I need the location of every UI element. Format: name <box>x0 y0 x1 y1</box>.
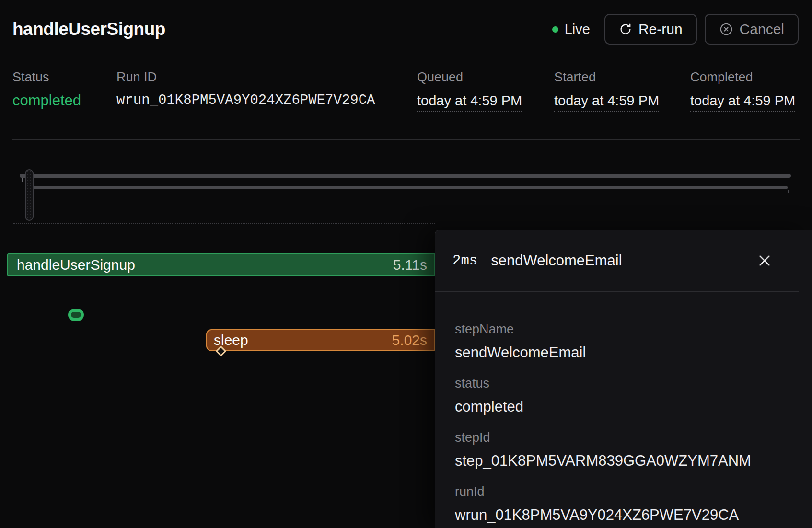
circle-x-icon <box>719 22 733 36</box>
run-span-duration: 5.11s <box>393 257 434 273</box>
meta-completed: Completed today at 4:59 PM <box>690 69 795 112</box>
meta-run-id: Run ID wrun_01K8PM5VA9Y024XZ6PWE7V29CA <box>116 69 417 112</box>
refresh-icon <box>619 23 632 36</box>
cancel-button[interactable]: Cancel <box>705 14 799 45</box>
step-marker-pill-icon[interactable] <box>68 309 84 321</box>
close-icon[interactable] <box>755 251 774 270</box>
header-controls: Live Re-run Cancel <box>552 14 799 45</box>
meta-status: Status completed <box>12 69 116 112</box>
meta-label: Status <box>12 69 116 85</box>
rerun-label: Re-run <box>638 21 683 37</box>
run-span-label: handleUserSignup <box>8 257 135 273</box>
field-label: runId <box>455 483 793 500</box>
minimap-run-span <box>20 174 791 178</box>
meta-queued: Queued today at 4:59 PM <box>417 69 554 112</box>
field-value: completed <box>455 396 793 417</box>
cancel-label: Cancel <box>740 21 784 37</box>
completed-time: today at 4:59 PM <box>690 92 795 112</box>
field-value: wrun_01K8PM5VA9Y024XZ6PWE7V29CA <box>455 505 793 526</box>
meta-label: Queued <box>417 69 554 85</box>
field-step-id: stepId step_01K8PM5VARM839GGA0WZYM7ANM <box>455 429 793 471</box>
field-step-name: stepName sendWelcomeEmail <box>455 321 793 363</box>
meta-label: Completed <box>690 69 795 85</box>
meta-label: Started <box>554 69 690 85</box>
step-detail-body: stepName sendWelcomeEmail status complet… <box>435 292 812 526</box>
trace-span-run[interactable]: handleUserSignup 5.11s <box>7 253 435 276</box>
run-metadata-row: Status completed Run ID wrun_01K8PM5VA9Y… <box>12 69 800 112</box>
sleep-span-label: sleep <box>207 332 248 348</box>
rerun-button[interactable]: Re-run <box>604 14 697 45</box>
minimap-end-tick <box>788 190 789 193</box>
field-status: status completed <box>455 375 793 417</box>
section-divider <box>12 139 800 140</box>
step-marker-pill-inner <box>71 312 81 318</box>
minimap-sleep-span <box>28 186 788 189</box>
step-detail-header: 2ms sendWelcomeEmail <box>435 230 799 292</box>
meta-label: Run ID <box>116 69 417 85</box>
minimap-brush-handle[interactable] <box>25 169 34 221</box>
page-title: handleUserSignup <box>12 19 165 39</box>
live-indicator: Live <box>552 22 590 37</box>
field-label: stepId <box>455 429 793 446</box>
field-label: stepName <box>455 321 793 337</box>
app-header: handleUserSignup Live Re-run <box>0 0 812 54</box>
field-value: step_01K8PM5VARM839GGA0WZYM7ANM <box>455 450 793 471</box>
live-dot-icon <box>552 26 558 33</box>
run-id-value: wrun_01K8PM5VA9Y024XZ6PWE7V29CA <box>116 91 417 110</box>
meta-started: Started today at 4:59 PM <box>554 69 690 112</box>
step-detail-panel: 2ms sendWelcomeEmail stepName sendWelcom… <box>435 230 812 528</box>
workflow-run-page: handleUserSignup Live Re-run <box>0 0 812 528</box>
status-badge: completed <box>12 91 116 110</box>
trace-span-sleep[interactable]: sleep 5.02s <box>206 329 435 351</box>
started-time: today at 4:59 PM <box>554 92 659 112</box>
field-value: sendWelcomeEmail <box>455 342 793 363</box>
field-run-id: runId wrun_01K8PM5VA9Y024XZ6PWE7V29CA <box>455 483 793 526</box>
field-label: status <box>455 375 793 391</box>
step-duration: 2ms <box>452 253 477 269</box>
minimap-step-tick <box>22 178 23 182</box>
sleep-span-duration: 5.02s <box>392 332 434 348</box>
timeline-minimap[interactable] <box>0 158 812 225</box>
step-title: sendWelcomeEmail <box>491 252 622 269</box>
queued-time: today at 4:59 PM <box>417 92 522 112</box>
live-label: Live <box>565 22 590 37</box>
